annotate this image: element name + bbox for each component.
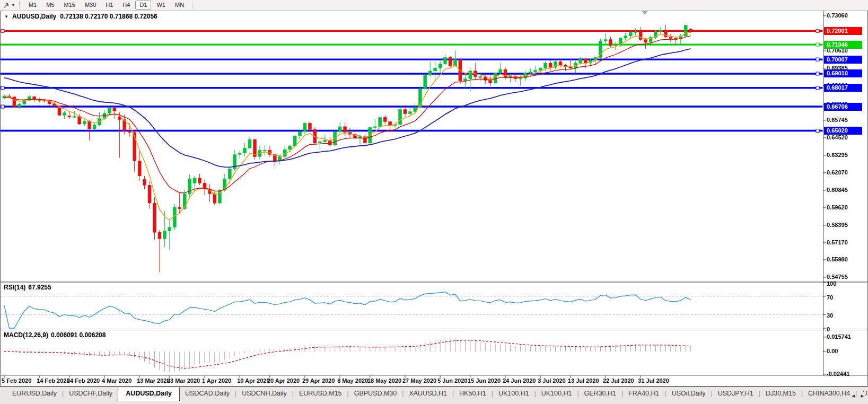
moving-average-line xyxy=(4,32,691,220)
price-axis-tick: 0.66870 xyxy=(827,101,848,108)
hline-handle xyxy=(816,43,819,46)
tab-dj30-m15[interactable]: DJ30,M15 xyxy=(760,388,801,399)
date-axis-label: 29 Apr 2020 xyxy=(302,377,335,384)
chart-shift-marker[interactable] xyxy=(642,11,648,15)
timeframe-button-W1[interactable]: W1 xyxy=(152,1,170,10)
tool-dropdown-arrow-icon[interactable]: ▼ xyxy=(11,3,15,7)
timeframe-button-H4[interactable]: H4 xyxy=(118,1,134,10)
tab-uk100-h1[interactable]: UK100,H1 xyxy=(536,388,577,399)
macd-signal-line xyxy=(4,340,691,368)
cursor-arrow-glyph xyxy=(3,2,10,8)
hline-price-badge: 0.69010 xyxy=(824,69,862,77)
tabs-scroll-left-button[interactable]: ◂ xyxy=(850,392,856,400)
tab-eurusd-daily[interactable]: EURUSD,Daily xyxy=(7,388,62,399)
tabs-scroll-right-button[interactable]: ▸ xyxy=(859,392,865,400)
date-axis-label: 5 Feb 2020 xyxy=(2,377,31,384)
tab-usdjpy-h1[interactable]: USDJPY,H1 xyxy=(713,388,759,399)
toolbar-separator xyxy=(192,2,192,9)
moving-average-line xyxy=(4,49,691,167)
macd-histogram xyxy=(4,338,691,373)
price-axis-tick: 0.57170 xyxy=(827,239,848,246)
chart-overlay: ▼ AUDUSD,Daily 0.72138 0.72170 0.71868 0… xyxy=(0,0,868,387)
hline-price-badge: 0.70007 xyxy=(824,56,862,64)
date-axis-label: 18 May 2020 xyxy=(367,377,401,384)
rsi-axis-label: 0 xyxy=(827,326,830,333)
tab-china300-h4[interactable]: CHINA300,H4 xyxy=(803,388,855,399)
hline-handle xyxy=(1,29,4,32)
chart-window-border xyxy=(1,11,868,387)
hline-handle xyxy=(816,86,819,90)
rsi-current-value: 67.9255 xyxy=(28,284,51,291)
price-axis-tick: 0.68160 xyxy=(827,82,848,89)
timeframe-button-M15[interactable]: M15 xyxy=(59,1,79,10)
price-axis-tick: 0.58395 xyxy=(827,222,848,229)
timeframe-button-H1[interactable]: H1 xyxy=(101,1,117,10)
macd-indicator-label: MACD(12,26,9)0.006091 0.006208 xyxy=(4,331,108,339)
chart-title: ▼ AUDUSD,Daily 0.72138 0.72170 0.71868 0… xyxy=(4,13,157,20)
tab-uk100-h1[interactable]: UK100,H1 xyxy=(493,388,534,399)
date-axis-label: 14 Feb 2020 xyxy=(37,377,69,384)
tab-gbpusd-m30[interactable]: GBPUSD,M30 xyxy=(349,388,402,399)
timeframe-button-M5[interactable]: M5 xyxy=(42,1,58,10)
hline-price-badge: 0.68017 xyxy=(824,84,862,92)
ohlc-values: 0.72138 0.72170 0.71868 0.72056 xyxy=(60,13,157,20)
price-axis-tick: 0.63295 xyxy=(827,152,848,159)
hline-price-badge: 0.66706 xyxy=(824,103,862,111)
hline-handle xyxy=(816,129,819,132)
price-axis-tick: 0.71835 xyxy=(827,30,848,37)
hline-price-badge: 0.72001 xyxy=(824,27,862,35)
tab-xauusd-h1[interactable]: XAUUSD,H1 xyxy=(404,388,452,399)
date-axis-label: 27 May 2020 xyxy=(402,377,436,384)
tab-hk50-h1[interactable]: HK50,H1 xyxy=(454,388,492,399)
date-axis-label: 23 Mar 2020 xyxy=(167,377,200,384)
date-axis-label: 4 Mar 2020 xyxy=(102,377,131,384)
macd-axis-label: 0.015741 xyxy=(827,333,851,340)
price-axis-tick: 0.60845 xyxy=(827,187,848,194)
tab-ger30-h1[interactable]: GER30,H1 xyxy=(579,388,621,399)
macd-axis-label: -0.02441 xyxy=(827,371,849,377)
timeframe-button-MN[interactable]: MN xyxy=(171,1,188,10)
date-axis-label: 24 Feb 2020 xyxy=(67,377,100,384)
rsi-indicator-label: RSI(14)67.9255 xyxy=(4,284,54,291)
crosshair-tool-icon[interactable] xyxy=(2,1,11,9)
date-axis-label: 8 May 2020 xyxy=(337,377,368,384)
tab-usdchf-daily[interactable]: USDCHF,Daily xyxy=(64,388,118,399)
date-axis-label: 5 Jun 2020 xyxy=(437,377,467,384)
tab-usdcnh-daily[interactable]: USDCNH,Daily xyxy=(236,388,292,399)
timeframe-button-D1[interactable]: D1 xyxy=(135,1,151,10)
tab-audusd-daily[interactable]: AUDUSD,Daily xyxy=(118,388,180,401)
hline-handle xyxy=(1,105,4,108)
symbol-tab-bar: EURUSD,Daily|USDCHF,DailyAUDUSD,DailyUSD… xyxy=(0,387,868,404)
hline-handle xyxy=(816,58,819,61)
toolbar-grip-handle xyxy=(19,2,20,8)
timeframe-button-M1[interactable]: M1 xyxy=(24,1,41,10)
hline-price-badge: 0.71046 xyxy=(824,41,862,49)
price-axis-tick: 0.70610 xyxy=(827,47,848,54)
tab-fra40-h1[interactable]: FRA40,H1 xyxy=(623,388,664,399)
hline-handle xyxy=(1,86,4,90)
date-axis-label: 22 Jul 2020 xyxy=(603,377,634,384)
timeframe-button-M30[interactable]: M30 xyxy=(81,1,100,10)
hline-handle xyxy=(816,72,819,75)
symbol-tabs: EURUSD,Daily|USDCHF,DailyAUDUSD,DailyUSD… xyxy=(0,388,868,402)
price-axis-tick: 0.59620 xyxy=(827,204,848,211)
date-axis-label: 1 Apr 2020 xyxy=(202,377,231,384)
rsi-name: RSI(14) xyxy=(4,284,25,291)
symbol-dropdown-icon[interactable]: ▼ xyxy=(4,14,8,19)
timeframe-buttons-group: M1M5M15M30H1H4D1W1MN xyxy=(24,1,189,10)
date-axis-label: 13 Jul 2020 xyxy=(568,377,599,384)
price-axis-tick: 0.65745 xyxy=(827,117,848,124)
tab-eurusd-m15[interactable]: EURUSD,M15 xyxy=(294,388,347,399)
tab-usoil-daily[interactable]: USOil,Daily xyxy=(667,388,711,399)
date-axis-label: 3 Jul 2020 xyxy=(538,377,566,384)
tab-usdcad-daily[interactable]: USDCAD,Daily xyxy=(180,388,235,399)
date-axis-label: 31 Jul 2020 xyxy=(638,377,669,384)
macd-name: MACD(12,26,9) xyxy=(4,331,48,339)
date-axis-label: 15 Jun 2020 xyxy=(468,377,501,384)
chart-canvas xyxy=(0,0,868,387)
date-axis-label: 10 Apr 2020 xyxy=(237,377,269,384)
rsi-axis-label: 100 xyxy=(827,280,836,287)
price-axis-tick: 0.55980 xyxy=(827,256,848,263)
rsi-axis-label: 70 xyxy=(827,294,833,301)
hline-price-badge: 0.65020 xyxy=(824,127,862,135)
